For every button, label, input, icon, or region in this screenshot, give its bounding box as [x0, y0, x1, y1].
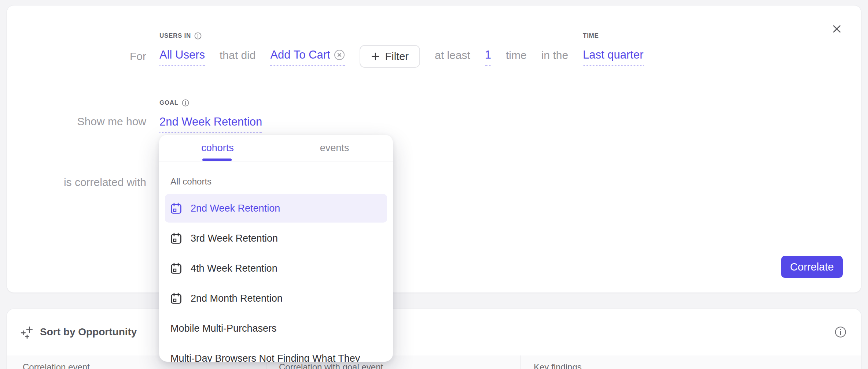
query-row-1: USERS IN All Users that did Add To Cart — [159, 32, 644, 68]
column-header: Key findings — [534, 362, 582, 369]
close-icon — [831, 23, 842, 34]
dropdown-tabs: cohortsevents — [159, 135, 393, 161]
cohorts-section-label: All cohorts — [170, 176, 212, 187]
calendar-icon — [170, 262, 183, 275]
users-in-label: USERS IN — [159, 32, 205, 40]
event-field: Add To Cart — [270, 32, 345, 66]
goal-field: GOAL 2nd Week Retention — [159, 99, 262, 133]
cohort-item[interactable]: 4th Week Retention — [165, 254, 387, 283]
tab-events[interactable]: events — [276, 135, 393, 161]
cohort-item[interactable]: 3rd Week Retention — [165, 224, 387, 253]
add-filter-button[interactable]: Filter — [360, 45, 420, 68]
users-in-label-text: USERS IN — [159, 32, 191, 40]
active-tab-indicator — [202, 159, 232, 161]
row1-prefix: For — [7, 50, 146, 63]
calendar-icon — [170, 232, 183, 245]
time-word-text: time — [506, 49, 527, 61]
cohort-item[interactable]: Mobile Multi-Purchasers — [165, 314, 387, 343]
cohort-item[interactable]: 2nd Month Retention — [165, 284, 387, 313]
time-label: TIME — [583, 32, 643, 40]
event-value-text: Add To Cart — [270, 49, 330, 61]
cohort-item[interactable]: 2nd Week Retention — [165, 194, 387, 223]
sparkle-sort-icon — [21, 325, 34, 339]
cohort-item-label: 4th Week Retention — [191, 263, 277, 274]
time-range-value[interactable]: Last quarter — [583, 49, 643, 66]
results-header-row: Correlation eventCorrelation with goal e… — [7, 355, 861, 369]
column-header: Correlation event — [23, 362, 90, 369]
close-button[interactable] — [831, 23, 843, 35]
cohort-item-label: Mobile Multi-Purchasers — [170, 323, 277, 334]
event-value[interactable]: Add To Cart — [270, 49, 345, 66]
row3-prefix: is correlated with — [7, 176, 146, 189]
row2-prefix: Show me how — [7, 115, 146, 128]
column-divider — [520, 355, 521, 369]
calendar-icon — [170, 202, 183, 215]
tab-cohorts[interactable]: cohorts — [159, 135, 276, 161]
cohort-item-label: 2nd Week Retention — [191, 203, 280, 214]
correlate-button[interactable]: Correlate — [781, 256, 843, 278]
sort-by-opportunity-control[interactable]: Sort by Opportunity — [21, 309, 137, 355]
cohort-item[interactable]: Multi-Day Browsers Not Finding What They — [165, 344, 387, 362]
cohort-item-label: 3rd Week Retention — [191, 233, 278, 244]
goal-value[interactable]: 2nd Week Retention — [159, 116, 262, 133]
plus-icon — [371, 52, 380, 61]
goal-label-text: GOAL — [159, 99, 179, 107]
at-least-text: at least — [435, 49, 470, 61]
info-icon[interactable] — [182, 99, 189, 107]
users-value[interactable]: All Users — [159, 49, 205, 66]
cohort-list: 2nd Week Retention3rd Week Retention4th … — [159, 194, 393, 362]
sort-by-opportunity-label: Sort by Opportunity — [40, 326, 137, 338]
count-value[interactable]: 1 — [485, 49, 491, 66]
calendar-icon — [170, 292, 183, 305]
in-the-text: in the — [541, 49, 568, 61]
results-toolbar: Sort by Opportunity — [7, 309, 861, 355]
query-builder-card: For Show me how is correlated with USERS… — [7, 5, 861, 293]
filter-button-label: Filter — [385, 51, 409, 63]
goal-label: GOAL — [159, 99, 262, 107]
results-panel: Sort by Opportunity Correlation eventCor… — [7, 309, 861, 369]
results-info-button[interactable] — [835, 326, 846, 338]
info-icon[interactable] — [194, 32, 202, 40]
cohort-item-label: 2nd Month Retention — [191, 293, 283, 304]
correlation-analysis-page: For Show me how is correlated with USERS… — [0, 0, 868, 369]
users-in-field: USERS IN All Users — [159, 32, 205, 66]
that-did-text: that did — [220, 49, 255, 61]
cohort-item-label: Multi-Day Browsers Not Finding What They — [170, 353, 360, 362]
time-range-field: TIME Last quarter — [583, 32, 643, 66]
column-header: Correlation with goal event — [279, 362, 383, 369]
info-icon — [835, 326, 846, 338]
goal-picker-dropdown: cohortsevents All cohorts 2nd Week Reten… — [159, 135, 393, 362]
remove-event-icon[interactable] — [334, 49, 345, 60]
